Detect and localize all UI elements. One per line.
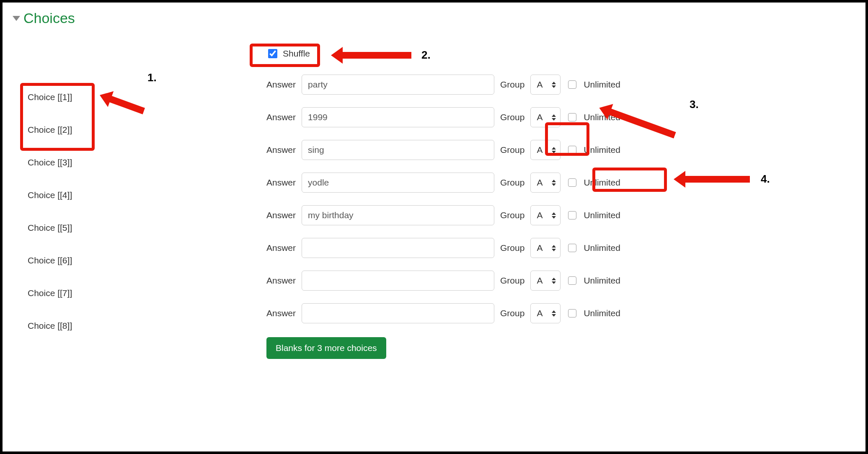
- choice-labels-column: Choice [[1]] Choice [[2]] Choice [[3]] C…: [13, 39, 260, 342]
- group-select-value: A: [537, 308, 542, 318]
- group-label: Group: [500, 243, 524, 253]
- shuffle-checkbox[interactable]: [268, 49, 277, 58]
- answer-label: Answer: [266, 243, 296, 253]
- unlimited-checkbox[interactable]: [568, 146, 576, 154]
- select-arrows-icon: [552, 278, 556, 284]
- select-arrows-icon: [552, 245, 556, 251]
- select-arrows-icon: [552, 212, 556, 219]
- group-select-value: A: [537, 112, 542, 122]
- unlimited-label: Unlimited: [584, 243, 620, 253]
- choice-row: Answer Group A Unlimited: [260, 232, 855, 264]
- answer-label: Answer: [266, 80, 296, 90]
- choice-row: Answer Group A Unlimited: [260, 101, 855, 134]
- answer-input[interactable]: [302, 173, 494, 193]
- unlimited-label: Unlimited: [584, 80, 620, 90]
- answer-label: Answer: [266, 178, 296, 188]
- group-select[interactable]: A: [530, 271, 561, 291]
- group-select-value: A: [537, 145, 542, 155]
- unlimited-label: Unlimited: [584, 276, 620, 286]
- unlimited-checkbox[interactable]: [568, 211, 576, 219]
- unlimited-checkbox[interactable]: [568, 309, 576, 317]
- choice-label: Choice [[4]]: [25, 179, 260, 212]
- shuffle-label: Shuffle: [283, 49, 310, 59]
- annotation-callout-4: 4.: [761, 173, 770, 186]
- unlimited-checkbox[interactable]: [568, 244, 576, 252]
- group-label: Group: [500, 178, 524, 188]
- group-select[interactable]: A: [530, 107, 561, 127]
- unlimited-label: Unlimited: [584, 308, 620, 318]
- choice-label: Choice [[5]]: [25, 212, 260, 244]
- choice-label: Choice [[2]]: [25, 114, 260, 146]
- answer-input[interactable]: [302, 75, 494, 95]
- unlimited-checkbox[interactable]: [568, 276, 576, 285]
- unlimited-label: Unlimited: [584, 178, 620, 188]
- group-select[interactable]: A: [530, 140, 561, 160]
- unlimited-label: Unlimited: [584, 145, 620, 155]
- annotation-callout-3: 3.: [690, 98, 699, 111]
- answer-label: Answer: [266, 276, 296, 286]
- add-blanks-button[interactable]: Blanks for 3 more choices: [266, 337, 386, 359]
- choice-row: Answer Group A Unlimited: [260, 68, 855, 101]
- answer-label: Answer: [266, 112, 296, 122]
- annotation-callout-2: 2.: [421, 49, 431, 62]
- group-label: Group: [500, 308, 524, 318]
- group-select[interactable]: A: [530, 205, 561, 225]
- select-arrows-icon: [552, 310, 556, 317]
- group-select[interactable]: A: [530, 173, 561, 193]
- unlimited-label: Unlimited: [584, 210, 620, 220]
- answer-input[interactable]: [302, 238, 494, 258]
- choice-label: Choice [[7]]: [25, 277, 260, 310]
- group-label: Group: [500, 80, 524, 90]
- answer-input[interactable]: [302, 140, 494, 160]
- group-select-value: A: [537, 178, 542, 188]
- answer-label: Answer: [266, 145, 296, 155]
- group-label: Group: [500, 210, 524, 220]
- group-label: Group: [500, 112, 524, 122]
- group-select-value: A: [537, 276, 542, 286]
- answer-input[interactable]: [302, 303, 494, 323]
- select-arrows-icon: [552, 147, 556, 153]
- answer-input[interactable]: [302, 107, 494, 127]
- section-header[interactable]: Choices: [13, 10, 855, 26]
- select-arrows-icon: [552, 114, 556, 121]
- answer-label: Answer: [266, 210, 296, 220]
- section-title: Choices: [23, 10, 75, 26]
- answer-input[interactable]: [302, 271, 494, 291]
- group-select[interactable]: A: [530, 238, 561, 258]
- unlimited-checkbox[interactable]: [568, 113, 576, 121]
- select-arrows-icon: [552, 82, 556, 88]
- group-select[interactable]: A: [530, 75, 561, 95]
- choice-row: Answer Group A Unlimited: [260, 297, 855, 330]
- select-arrows-icon: [552, 180, 556, 186]
- choice-row: Answer Group A Unlimited: [260, 264, 855, 297]
- disclosure-triangle-icon[interactable]: [13, 16, 20, 21]
- annotation-arrow-2-icon: [340, 52, 411, 59]
- group-select-value: A: [537, 210, 542, 220]
- unlimited-checkbox[interactable]: [568, 178, 576, 187]
- annotation-callout-1: 1.: [147, 71, 157, 84]
- choice-label: Choice [[6]]: [25, 244, 260, 277]
- group-label: Group: [500, 145, 524, 155]
- content-area: Choice [[1]] Choice [[2]] Choice [[3]] C…: [13, 39, 855, 359]
- group-select[interactable]: A: [530, 303, 561, 323]
- choice-label: Choice [[3]]: [25, 146, 260, 179]
- unlimited-checkbox[interactable]: [568, 80, 576, 89]
- group-label: Group: [500, 276, 524, 286]
- choice-row: Answer Group A Unlimited: [260, 199, 855, 232]
- answer-label: Answer: [266, 308, 296, 318]
- choice-label: Choice [[8]]: [25, 310, 260, 342]
- group-select-value: A: [537, 243, 542, 253]
- answer-input[interactable]: [302, 205, 494, 225]
- annotation-arrow-4-icon: [683, 176, 750, 183]
- choice-row: Answer Group A Unlimited: [260, 134, 855, 166]
- choice-fields-column: Shuffle Answer Group A Unlimited Answer …: [260, 39, 855, 359]
- choices-editor-frame: Choices Choice [[1]] Choice [[2]] Choice…: [0, 0, 868, 454]
- group-select-value: A: [537, 80, 542, 90]
